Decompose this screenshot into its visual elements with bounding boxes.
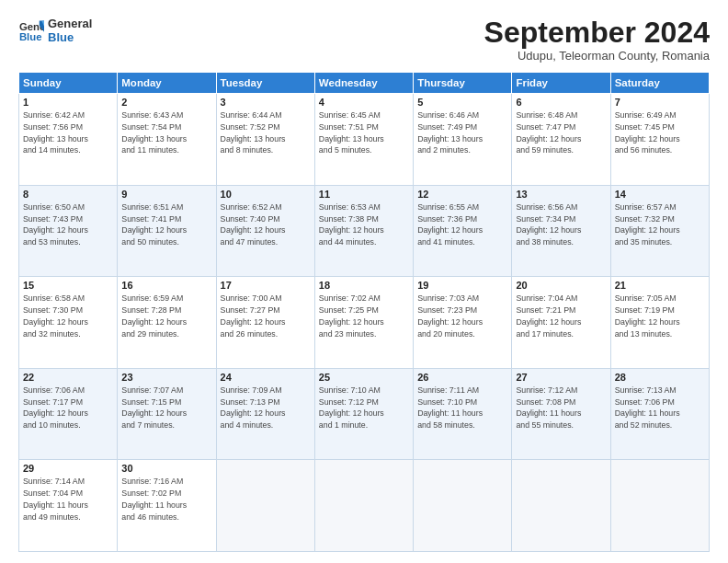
day-info: Sunrise: 6:51 AMSunset: 7:41 PMDaylight:… [121,201,211,248]
info-line: and 35 minutes. [615,237,673,247]
info-line: Sunset: 7:54 PM [121,122,181,132]
day-info: Sunrise: 7:04 AMSunset: 7:21 PMDaylight:… [516,293,606,339]
day-info: Sunrise: 6:42 AMSunset: 7:56 PMDaylight:… [23,109,113,156]
info-line: and 7 minutes. [121,420,175,430]
day-number: 18 [319,280,409,291]
day-number: 3 [221,97,311,108]
day-info: Sunrise: 7:10 AMSunset: 7:12 PMDaylight:… [319,385,409,431]
day-number: 28 [615,372,705,383]
table-row: 18Sunrise: 7:02 AMSunset: 7:25 PMDayligh… [314,277,413,369]
day-info: Sunrise: 7:03 AMSunset: 7:23 PMDaylight:… [417,293,507,339]
month-title: September 2024 [484,17,710,49]
table-row: 15Sunrise: 6:58 AMSunset: 7:30 PMDayligh… [19,277,118,369]
info-line: Sunset: 7:23 PM [417,305,477,315]
location: Udupu, Teleorman County, Romania [484,49,710,63]
day-info: Sunrise: 7:11 AMSunset: 7:10 PMDaylight:… [417,385,507,431]
table-row [610,460,709,552]
info-line: and 32 minutes. [23,329,81,339]
calendar-row-4: 22Sunrise: 7:06 AMSunset: 7:17 PMDayligh… [19,368,710,460]
info-line: Daylight: 12 hours [319,225,384,235]
info-line: Daylight: 12 hours [121,317,187,327]
info-line: Sunrise: 7:12 AM [516,385,577,395]
info-line: Sunset: 7:40 PM [221,214,280,224]
info-line: Daylight: 12 hours [417,317,483,327]
info-line: Sunrise: 6:48 AM [516,110,577,120]
col-friday: Friday [512,73,610,94]
day-info: Sunrise: 6:52 AMSunset: 7:40 PMDaylight:… [221,201,311,248]
info-line: Daylight: 11 hours [615,408,680,418]
info-line: Daylight: 12 hours [23,225,88,235]
day-number: 24 [221,372,311,383]
day-number: 12 [417,189,507,200]
day-info: Sunrise: 6:53 AMSunset: 7:38 PMDaylight:… [319,201,409,248]
table-row [314,460,413,552]
info-line: Daylight: 13 hours [319,134,384,144]
info-line: and 59 minutes. [516,145,574,155]
table-row: 24Sunrise: 7:09 AMSunset: 7:13 PMDayligh… [216,368,314,460]
day-number: 13 [516,189,606,200]
table-row [512,460,610,552]
info-line: Sunset: 7:41 PM [121,214,181,224]
info-line: Sunset: 7:43 PM [23,214,83,224]
day-number: 2 [121,97,211,108]
info-line: and 50 minutes. [121,237,179,247]
day-number: 7 [615,97,705,108]
info-line: Daylight: 12 hours [121,408,187,418]
table-row: 11Sunrise: 6:53 AMSunset: 7:38 PMDayligh… [314,185,413,277]
day-info: Sunrise: 7:12 AMSunset: 7:08 PMDaylight:… [516,385,606,431]
info-line: Daylight: 12 hours [23,408,88,418]
day-number: 11 [319,189,409,200]
info-line: Sunset: 7:15 PM [121,397,181,407]
info-line: and 13 minutes. [615,329,673,339]
day-number: 8 [23,189,113,200]
info-line: Daylight: 12 hours [319,317,384,327]
day-number: 16 [121,280,211,291]
table-row: 30Sunrise: 7:16 AMSunset: 7:02 PMDayligh… [118,460,216,552]
info-line: and 17 minutes. [516,329,574,339]
day-number: 19 [417,280,507,291]
table-row: 22Sunrise: 7:06 AMSunset: 7:17 PMDayligh… [19,368,118,460]
info-line: Sunrise: 6:57 AM [615,202,677,212]
info-line: Daylight: 13 hours [417,134,483,144]
info-line: and 47 minutes. [221,237,279,247]
info-line: Daylight: 12 hours [221,408,286,418]
header-row: Sunday Monday Tuesday Wednesday Thursday… [19,73,710,94]
day-info: Sunrise: 6:58 AMSunset: 7:30 PMDaylight:… [23,293,113,339]
info-line: Daylight: 12 hours [221,225,286,235]
info-line: Sunrise: 6:56 AM [516,202,577,212]
info-line: Daylight: 12 hours [319,408,384,418]
info-line: Sunrise: 7:16 AM [121,477,183,486]
info-line: Sunrise: 6:59 AM [121,293,183,303]
info-line: and 29 minutes. [121,329,179,339]
info-line: Sunrise: 6:51 AM [121,202,183,212]
day-number: 1 [23,97,113,108]
info-line: Sunrise: 6:49 AM [615,110,677,120]
table-row: 5Sunrise: 6:46 AMSunset: 7:49 PMDaylight… [414,94,512,186]
info-line: Sunrise: 6:50 AM [23,202,85,212]
info-line: Sunrise: 7:07 AM [121,385,183,395]
day-info: Sunrise: 6:50 AMSunset: 7:43 PMDaylight:… [23,201,113,248]
info-line: and 5 minutes. [319,145,372,155]
info-line: Sunrise: 7:00 AM [221,293,282,303]
svg-text:Blue: Blue [19,31,42,42]
info-line: Sunset: 7:10 PM [417,397,477,407]
info-line: and 52 minutes. [615,420,673,430]
info-line: Daylight: 13 hours [221,134,286,144]
col-saturday: Saturday [610,73,709,94]
page: General Blue General Blue September 2024… [0,0,728,563]
day-number: 21 [615,280,705,291]
info-line: and 55 minutes. [516,420,574,430]
day-info: Sunrise: 7:05 AMSunset: 7:19 PMDaylight:… [615,293,705,339]
header: General Blue General Blue September 2024… [18,17,710,63]
day-info: Sunrise: 7:16 AMSunset: 7:02 PMDaylight:… [121,476,211,523]
table-row: 19Sunrise: 7:03 AMSunset: 7:23 PMDayligh… [414,277,512,369]
info-line: and 1 minute. [319,420,368,430]
info-line: Sunset: 7:27 PM [221,305,280,315]
info-line: Daylight: 12 hours [615,317,680,327]
day-number: 6 [516,97,606,108]
table-row: 25Sunrise: 7:10 AMSunset: 7:12 PMDayligh… [314,368,413,460]
day-info: Sunrise: 7:00 AMSunset: 7:27 PMDaylight:… [221,293,311,339]
info-line: Sunset: 7:06 PM [615,397,675,407]
info-line: and 56 minutes. [615,145,673,155]
day-info: Sunrise: 6:43 AMSunset: 7:54 PMDaylight:… [121,109,211,156]
